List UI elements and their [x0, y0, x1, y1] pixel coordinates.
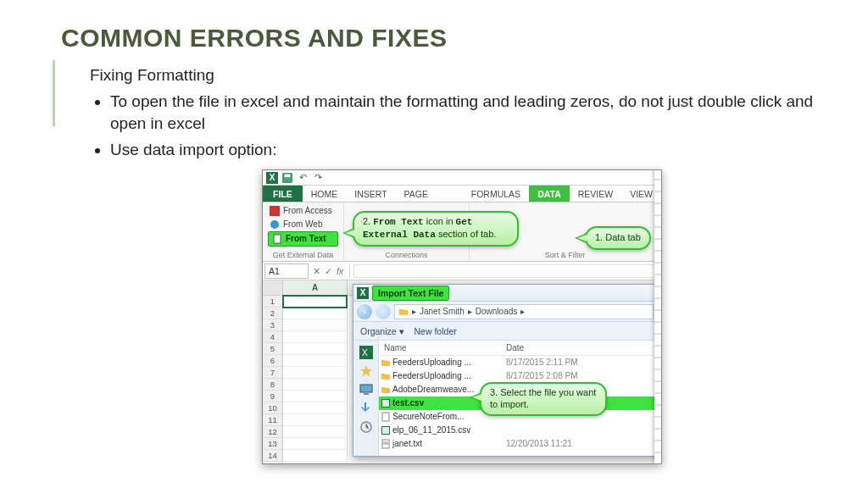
slide: COMMON ERRORS AND FIXES Fixing Formattin…: [0, 0, 868, 488]
cell[interactable]: [283, 438, 347, 450]
cell[interactable]: [283, 450, 347, 462]
row-header[interactable]: 13: [263, 438, 282, 450]
save-icon[interactable]: [281, 172, 293, 184]
excel-titlebar: X ↶ ↷: [263, 170, 661, 186]
row-header[interactable]: 10: [263, 402, 282, 414]
row-header[interactable]: 12: [263, 426, 282, 438]
redo-icon[interactable]: ↷: [312, 172, 324, 184]
from-text-button[interactable]: From Text: [268, 231, 338, 247]
dialog-toolbar: Organize ▾ New folder: [353, 322, 657, 341]
forward-button[interactable]: ›: [376, 304, 391, 319]
new-folder-button[interactable]: New folder: [415, 325, 457, 338]
dialog-title: Import Text File: [372, 286, 449, 302]
csv-icon: [379, 425, 392, 435]
breadcrumb-item[interactable]: Janet Smith: [420, 306, 465, 318]
grid-column-a: [283, 296, 348, 463]
row-header[interactable]: 2: [263, 308, 282, 319]
callout-text: 1. Data tab: [595, 232, 641, 242]
cell[interactable]: [283, 426, 347, 438]
callout-text: 3. Select the file you want to import.: [490, 387, 596, 409]
tab-review[interactable]: REVIEW: [570, 186, 621, 202]
slide-title: COMMON ERRORS AND FIXES: [61, 24, 834, 53]
breadcrumb[interactable]: ▸ Janet Smith ▸ Downloads ▸: [394, 304, 654, 319]
formula-input[interactable]: [353, 264, 658, 278]
row-header[interactable]: 14: [263, 450, 282, 462]
fx-icon[interactable]: fx: [334, 265, 346, 278]
file-date: 8/17/2015 2:08 PM: [506, 370, 578, 382]
callout-data-tab: 1. Data tab: [585, 226, 651, 249]
organize-button[interactable]: Organize ▾: [360, 325, 404, 338]
folder-icon: [379, 371, 392, 381]
cell-a1[interactable]: [283, 296, 347, 308]
file-row[interactable]: elp_06_11_2015.csv: [379, 424, 657, 437]
file-row[interactable]: janet.txt12/20/2013 11:21: [379, 437, 657, 451]
cell[interactable]: [283, 379, 347, 391]
from-web-label: From Web: [283, 219, 323, 230]
tab-formulas[interactable]: FORMULAS: [463, 186, 529, 202]
svg-rect-8: [360, 385, 372, 392]
row-header[interactable]: 11: [263, 414, 282, 426]
svg-rect-14: [382, 413, 389, 421]
group-get-external-data: From Access From Web From Text Get Exter…: [263, 202, 344, 261]
tab-file[interactable]: FILE: [263, 186, 303, 202]
svg-text:X: X: [362, 348, 368, 358]
col-date[interactable]: Date: [506, 342, 657, 354]
import-text-file-dialog: X Import Text File ‹ › ▸ Janet Smith ▸ D…: [353, 284, 658, 457]
recent-icon[interactable]: [359, 420, 373, 434]
cell[interactable]: [283, 402, 347, 414]
row-header[interactable]: 5: [263, 343, 282, 355]
cell[interactable]: [283, 355, 347, 367]
svg-rect-13: [382, 400, 389, 407]
cell[interactable]: [283, 319, 347, 331]
row-header[interactable]: 1: [263, 296, 282, 308]
back-button[interactable]: ‹: [357, 304, 372, 319]
row-header[interactable]: 4: [263, 331, 282, 343]
svg-marker-7: [360, 365, 372, 377]
column-header-a[interactable]: A: [283, 280, 348, 295]
enter-formula-icon[interactable]: ✓: [322, 265, 334, 278]
cell[interactable]: [283, 391, 347, 402]
bullet-list: To open the file in excel and maintain t…: [90, 91, 834, 162]
select-all-corner[interactable]: [263, 280, 283, 295]
file-list-header: Name Date: [379, 341, 657, 356]
cell[interactable]: [283, 308, 347, 319]
cell[interactable]: [283, 414, 347, 426]
excel-screenshot: X ↶ ↷ FILE HOME INSERT PAGE LAYOUT FORMU…: [262, 169, 662, 464]
svg-rect-1: [285, 175, 291, 178]
desktop-icon[interactable]: [359, 383, 373, 396]
file-row[interactable]: FeedersUploading ...8/17/2015 2:11 PM: [379, 356, 657, 369]
svg-rect-17: [382, 427, 389, 434]
svg-point-3: [270, 220, 279, 229]
ribbon-tab-strip: FILE HOME INSERT PAGE LAYOUT FORMULAS DA…: [263, 186, 661, 202]
row-header[interactable]: 7: [263, 367, 282, 379]
row-header[interactable]: 8: [263, 379, 282, 391]
from-web-button[interactable]: From Web: [268, 218, 338, 231]
downloads-icon[interactable]: [359, 402, 373, 415]
undo-icon[interactable]: ↶: [297, 172, 309, 184]
file-row[interactable]: FeedersUploading ...8/17/2015 2:08 PM: [379, 369, 657, 383]
callout-select-file: 3. Select the file you want to import.: [480, 382, 607, 416]
bullet-item: To open the file in excel and maintain t…: [110, 91, 834, 136]
row-header[interactable]: 6: [263, 355, 282, 367]
favorites-icon[interactable]: [359, 364, 373, 378]
file-date: 12/20/2013 11:21: [506, 438, 572, 450]
file-name: elp_06_11_2015.csv: [392, 424, 506, 436]
cell[interactable]: [283, 331, 347, 343]
row-header[interactable]: 3: [263, 319, 282, 331]
col-name[interactable]: Name: [379, 342, 506, 354]
cancel-formula-icon[interactable]: ✕: [310, 265, 322, 278]
tab-home[interactable]: HOME: [303, 186, 347, 202]
tab-insert[interactable]: INSERT: [346, 186, 395, 202]
from-text-label: From Text: [286, 233, 326, 245]
row-header[interactable]: 9: [263, 391, 282, 402]
svg-rect-9: [364, 393, 369, 395]
name-box[interactable]: A1: [264, 263, 309, 280]
cell[interactable]: [283, 343, 347, 355]
tab-data[interactable]: DATA: [529, 186, 570, 202]
from-access-button[interactable]: From Access: [268, 204, 338, 218]
cell[interactable]: [283, 367, 347, 379]
web-icon: [270, 219, 280, 230]
tab-page-layout[interactable]: PAGE LAYOUT: [396, 186, 463, 202]
excel-file-icon[interactable]: X: [359, 346, 373, 359]
breadcrumb-item[interactable]: Downloads: [476, 306, 517, 318]
